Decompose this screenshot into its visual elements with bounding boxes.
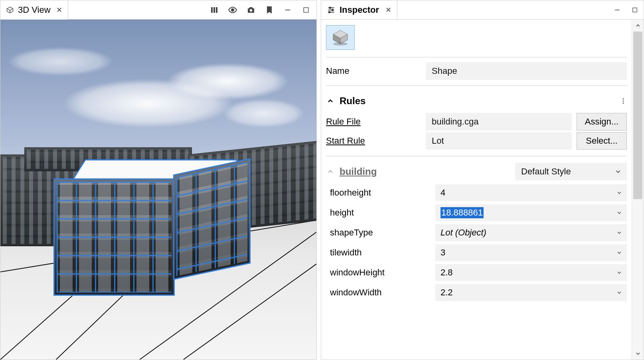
view-tab-title: 3D View bbox=[18, 5, 51, 15]
close-icon[interactable]: ✕ bbox=[385, 6, 391, 14]
chevron-down-icon bbox=[616, 249, 622, 256]
param-label: height bbox=[326, 208, 430, 218]
svg-point-24 bbox=[623, 103, 624, 104]
svg-point-0 bbox=[231, 9, 234, 11]
select-button[interactable]: Select... bbox=[577, 132, 627, 150]
rule-file-row: Rule File building.cga Assign... bbox=[326, 112, 627, 131]
camera-icon[interactable] bbox=[246, 5, 256, 15]
bookmark-icon[interactable] bbox=[265, 5, 274, 15]
maximize-icon[interactable] bbox=[626, 0, 644, 20]
selected-facade-left bbox=[54, 179, 174, 295]
chevron-down-icon bbox=[616, 190, 622, 196]
inspector-tab-title: Inspector bbox=[340, 5, 379, 15]
selected-facade-right bbox=[174, 159, 250, 279]
view-titlebar: 3D View ✕ bbox=[0, 0, 316, 20]
building-section-header[interactable]: building Default Style bbox=[326, 160, 627, 183]
svg-point-21 bbox=[333, 42, 348, 45]
param-label: floorheight bbox=[326, 188, 430, 198]
style-dropdown[interactable]: Default Style bbox=[515, 163, 627, 180]
name-input[interactable]: Shape bbox=[426, 62, 627, 80]
param-label: shapeType bbox=[326, 227, 430, 238]
view-toolbar bbox=[204, 5, 316, 15]
rule-file-label[interactable]: Rule File bbox=[326, 117, 421, 127]
svg-rect-17 bbox=[633, 8, 637, 12]
scroll-thumb[interactable] bbox=[633, 32, 642, 199]
shape-thumbnail[interactable] bbox=[326, 25, 355, 50]
svg-point-13 bbox=[332, 9, 334, 11]
chevron-down-icon bbox=[616, 269, 622, 276]
chevron-down-icon bbox=[616, 289, 622, 296]
chevron-down-icon bbox=[616, 210, 622, 216]
svg-point-1 bbox=[250, 9, 252, 11]
scroll-down-icon[interactable] bbox=[632, 348, 644, 360]
svg-rect-16 bbox=[615, 10, 620, 10]
eye-icon[interactable] bbox=[228, 5, 237, 15]
minimize-icon[interactable] bbox=[283, 5, 292, 15]
rules-section-header[interactable]: Rules bbox=[326, 90, 627, 112]
cloud bbox=[224, 99, 304, 127]
param-floorheight: floorheight 4 bbox=[326, 183, 627, 203]
scroll-up-icon[interactable] bbox=[632, 20, 644, 32]
param-input[interactable]: 2.2 bbox=[435, 284, 627, 301]
chevron-down-icon bbox=[614, 168, 622, 175]
param-label: windowHeight bbox=[326, 267, 430, 278]
start-rule-label[interactable]: Start Rule bbox=[326, 136, 421, 146]
view-panel: 3D View ✕ bbox=[0, 0, 317, 360]
viewport-3d[interactable] bbox=[0, 20, 316, 360]
svg-point-11 bbox=[329, 7, 331, 8]
maximize-icon[interactable] bbox=[301, 5, 311, 15]
inspector-tab[interactable]: Inspector ✕ bbox=[321, 0, 397, 20]
divider bbox=[326, 85, 627, 86]
inspector-main: Name Shape Rules bbox=[321, 20, 632, 360]
sliders-icon bbox=[327, 6, 336, 14]
selected-building bbox=[54, 163, 250, 299]
chevron-down-icon bbox=[616, 229, 622, 236]
param-windowwidth: windowWidth 2.2 bbox=[326, 283, 627, 303]
name-row: Name Shape bbox=[326, 61, 627, 81]
chevron-up-icon bbox=[326, 97, 335, 105]
param-input[interactable]: 2.8 bbox=[435, 264, 627, 281]
param-height: height 18.888861 bbox=[326, 203, 627, 223]
param-windowheight: windowHeight 2.8 bbox=[326, 263, 627, 283]
name-value: Shape bbox=[432, 66, 457, 76]
param-input[interactable]: 3 bbox=[435, 244, 627, 261]
window-controls bbox=[608, 0, 644, 20]
rules-title: Rules bbox=[340, 95, 365, 107]
view-tab[interactable]: 3D View ✕ bbox=[0, 0, 68, 20]
cloud bbox=[8, 47, 112, 75]
param-input[interactable]: 4 bbox=[435, 184, 627, 201]
svg-point-15 bbox=[329, 11, 330, 13]
divider bbox=[326, 156, 627, 156]
cloud bbox=[168, 63, 288, 99]
rule-file-value[interactable]: building.cga bbox=[426, 113, 572, 131]
vertical-scrollbar[interactable] bbox=[632, 20, 644, 360]
param-shapetype: shapeType Lot (Object) bbox=[326, 223, 627, 243]
name-label: Name bbox=[326, 66, 421, 76]
param-label: windowWidth bbox=[326, 287, 430, 298]
param-input[interactable]: Lot (Object) bbox=[435, 224, 627, 241]
more-vert-icon[interactable] bbox=[620, 97, 627, 105]
cube-icon bbox=[6, 6, 14, 14]
rules-grid: Rule File building.cga Assign... bbox=[326, 112, 627, 150]
minimize-icon[interactable] bbox=[608, 0, 626, 20]
param-tilewidth: tilewidth 3 bbox=[326, 243, 627, 263]
divider bbox=[326, 57, 627, 57]
start-rule-value[interactable]: Lot bbox=[426, 132, 572, 150]
inspector-titlebar: Inspector ✕ bbox=[321, 0, 644, 20]
param-input[interactable]: 18.888861 bbox=[435, 204, 627, 221]
start-rule-row: Start Rule Lot Select... bbox=[326, 131, 627, 150]
svg-rect-3 bbox=[304, 8, 308, 12]
building-title[interactable]: building bbox=[340, 166, 377, 177]
svg-point-23 bbox=[623, 101, 624, 102]
param-label: tilewidth bbox=[326, 247, 430, 258]
app-root: 3D View ✕ bbox=[0, 0, 644, 360]
svg-point-22 bbox=[623, 98, 624, 99]
inspector-panel: Inspector ✕ bbox=[321, 0, 644, 360]
assign-button[interactable]: Assign... bbox=[577, 113, 627, 131]
svg-rect-2 bbox=[285, 10, 290, 10]
layers-icon[interactable] bbox=[209, 5, 219, 15]
inspector-body: Name Shape Rules bbox=[321, 20, 644, 360]
chevron-up-icon bbox=[326, 167, 335, 176]
close-icon[interactable]: ✕ bbox=[56, 6, 62, 14]
